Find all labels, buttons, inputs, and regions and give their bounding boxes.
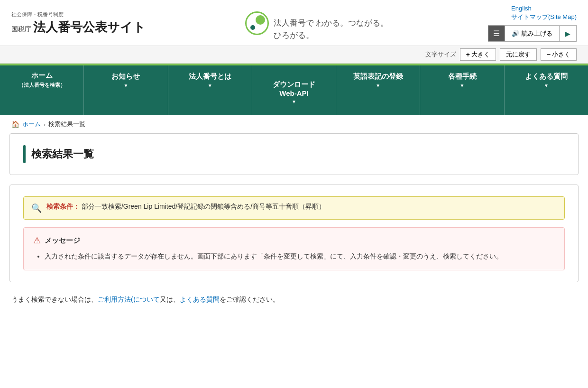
font-size-label: 文字サイズ bbox=[425, 50, 456, 59]
home-icon: 🏠 bbox=[11, 120, 19, 128]
search-icon: 🔍 bbox=[31, 203, 42, 213]
message-box: ⚠ メッセージ 入力された条件に該当するデータが存在しません。画面下部にあります… bbox=[23, 227, 565, 270]
results-card: 検索結果一覧 bbox=[9, 133, 579, 175]
tagline-decoration bbox=[245, 11, 269, 35]
nav-item-faq[interactable]: よくある質問 ▼ bbox=[505, 65, 588, 115]
search-condition-box: 🔍 検索条件： 部分一致検索/Green Lip Limited/登記記録の閉鎖… bbox=[23, 196, 565, 220]
plus-icon: + bbox=[466, 51, 470, 58]
org-subtitle: 社会保障・税番号制度 bbox=[11, 11, 146, 18]
english-link[interactable]: English bbox=[511, 5, 532, 12]
footer-text-before: うまく検索できない場合は、 bbox=[11, 296, 98, 303]
tagline-area: 法人番号で わかる。つながる。 ひろがる。 bbox=[236, 5, 398, 42]
font-size-bar: 文字サイズ + 大きく 元に戻す − 小さく bbox=[0, 46, 588, 64]
tts-menu-button[interactable]: ☰ bbox=[488, 26, 505, 41]
tts-read-button[interactable]: 🔊 読み上げる bbox=[505, 26, 560, 41]
faq-link[interactable]: よくある質問 bbox=[180, 296, 220, 303]
site-title-prefix: 国税庁 bbox=[11, 25, 31, 34]
site-title: 法人番号公表サイト bbox=[33, 19, 146, 36]
results-detail-card: 🔍 検索条件： 部分一致検索/Green Lip Limited/登記記録の閉鎖… bbox=[9, 185, 579, 282]
page-heading: 検索結果一覧 bbox=[23, 145, 565, 163]
nav-item-news[interactable]: お知らせ ▼ bbox=[84, 65, 168, 115]
header-right: English サイトマップ(Site Map) ☰ 🔊 読み上げる ▶ bbox=[488, 5, 577, 42]
nav-news-arrow: ▼ bbox=[88, 83, 164, 88]
alert-icon: ⚠ bbox=[33, 235, 41, 246]
nav-english-arrow: ▼ bbox=[340, 83, 416, 88]
message-title: メッセージ bbox=[45, 236, 80, 245]
search-condition-content: 検索条件： 部分一致検索/Green Lip Limited/登記記録の閉鎖等含… bbox=[46, 203, 325, 211]
search-condition-value: 部分一致検索/Green Lip Limited/登記記録の閉鎖等含める/商号等… bbox=[82, 203, 325, 210]
site-title-row: 国税庁 法人番号公表サイト bbox=[11, 19, 146, 36]
font-size-small-button[interactable]: − 小さく bbox=[541, 48, 577, 61]
font-size-reset-button[interactable]: 元に戻す bbox=[500, 48, 537, 61]
message-title-row: ⚠ メッセージ bbox=[33, 235, 555, 246]
nav-item-english[interactable]: 英語表記の登録 ▼ bbox=[336, 65, 420, 115]
nav-item-procedures[interactable]: 各種手続 ▼ bbox=[420, 65, 504, 115]
tagline-text: 法人番号で わかる。つながる。 ひろがる。 bbox=[274, 5, 389, 42]
tts-controls: ☰ 🔊 読み上げる ▶ bbox=[488, 25, 577, 42]
breadcrumb-current: 検索結果一覧 bbox=[48, 120, 85, 129]
nav-home-sublabel: （法人番号を検索） bbox=[18, 82, 65, 88]
logo-area: 社会保障・税番号制度 国税庁 法人番号公表サイト bbox=[11, 11, 146, 36]
header: 社会保障・税番号制度 国税庁 法人番号公表サイト 法人番号で わかる。つながる。… bbox=[0, 0, 588, 46]
nav-procedures-arrow: ▼ bbox=[424, 83, 500, 88]
tts-play-button[interactable]: ▶ bbox=[560, 27, 576, 41]
message-list: 入力された条件に該当するデータが存在しません。画面下部にあります「条件を変更して… bbox=[33, 250, 555, 262]
footer-text-mid: 又は、 bbox=[160, 296, 180, 303]
nav-about-arrow: ▼ bbox=[172, 83, 248, 88]
breadcrumb: 🏠 ホーム › 検索結果一覧 bbox=[0, 115, 588, 133]
main-nav: ホーム （法人番号を検索） お知らせ ▼ 法人番号とは ▼ ダウンロード Web… bbox=[0, 65, 588, 115]
search-condition-label: 検索条件： bbox=[46, 203, 80, 210]
speaker-icon: 🔊 bbox=[512, 30, 519, 37]
font-size-large-button[interactable]: + 大きく bbox=[460, 48, 496, 61]
page-title: 検索結果一覧 bbox=[31, 147, 94, 161]
sitemap-link[interactable]: サイトマップ(Site Map) bbox=[511, 13, 577, 21]
nav-download-arrow: ▼ bbox=[256, 99, 332, 104]
nav-item-home[interactable]: ホーム （法人番号を検索） bbox=[0, 65, 84, 115]
usage-guide-link[interactable]: ご利用方法(について bbox=[98, 296, 160, 303]
footer-help-text: うまく検索できない場合は、ご利用方法(について又は、よくある質問をご確認ください… bbox=[9, 292, 579, 307]
tts-read-label: 読み上げる bbox=[522, 29, 552, 38]
nav-item-about[interactable]: 法人番号とは ▼ bbox=[168, 65, 252, 115]
main-content: 検索結果一覧 🔍 検索条件： 部分一致検索/Green Lip Limited/… bbox=[0, 133, 588, 322]
footer-text-after: をご確認ください。 bbox=[220, 296, 279, 303]
nav-item-download[interactable]: ダウンロード Web-API ▼ bbox=[252, 65, 336, 115]
minus-icon: − bbox=[547, 51, 551, 58]
breadcrumb-separator: › bbox=[44, 121, 46, 128]
nav-faq-arrow: ▼ bbox=[508, 83, 584, 88]
message-item: 入力された条件に該当するデータが存在しません。画面下部にあります「条件を変更して… bbox=[45, 250, 555, 262]
header-links: English サイトマップ(Site Map) bbox=[511, 5, 577, 21]
breadcrumb-home-link[interactable]: ホーム bbox=[22, 120, 41, 129]
heading-bar bbox=[23, 145, 26, 163]
